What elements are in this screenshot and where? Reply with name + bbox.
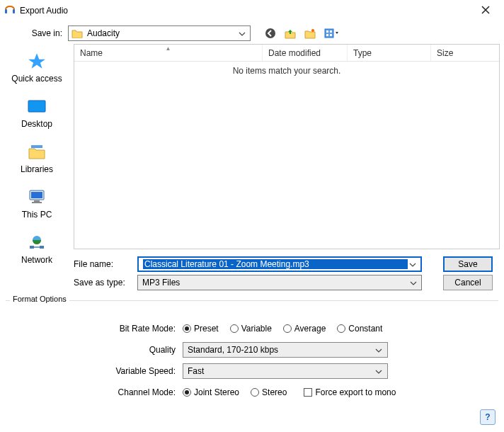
svg-rect-11 [31,145,42,148]
chevron-down-icon[interactable] [408,278,417,288]
chevron-down-icon [374,345,383,355]
save-in-value: Audacity [87,28,237,38]
save-in-combo[interactable]: Audacity [68,25,251,41]
speed-label: Variable Speed: [112,366,183,376]
filename-value: Classical Literature 01 - Zoom Meeting.m… [143,259,408,269]
bitrate-variable-radio[interactable]: Variable [230,324,272,334]
place-desktop[interactable]: Desktop [0,96,74,129]
svg-rect-14 [34,200,40,202]
bitrate-average-radio[interactable]: Average [283,324,326,334]
chevron-down-icon [374,366,383,376]
speed-combo[interactable]: Fast [183,363,388,379]
quick-access-icon [28,51,46,71]
svg-rect-8 [330,34,332,36]
close-icon[interactable] [471,5,500,16]
svg-rect-1 [13,9,15,13]
svg-rect-6 [330,30,332,33]
channel-stereo-radio[interactable]: Stereo [251,387,287,397]
svg-rect-13 [31,192,42,198]
places-bar: Quick access Desktop Libraries [0,44,74,249]
svg-rect-7 [326,34,328,36]
help-button[interactable]: ? [480,409,496,425]
format-options-group: Format Options Bit Rate Mode: Preset Var… [6,300,498,410]
channel-joint-stereo-radio[interactable]: Joint Stereo [183,387,239,397]
force-mono-checkbox[interactable]: Force export to mono [304,387,396,397]
folder-icon [71,28,83,38]
new-folder-icon[interactable] [303,26,317,40]
column-date[interactable]: Date modified [263,45,348,61]
save-in-label: Save in: [6,28,68,38]
window-title: Export Audio [20,6,471,16]
back-icon[interactable] [263,26,277,40]
format-options-title: Format Options [10,295,69,303]
svg-rect-0 [5,9,7,13]
chevron-down-icon[interactable] [408,259,416,269]
bitrate-preset-radio[interactable]: Preset [183,324,219,334]
quality-combo[interactable]: Standard, 170-210 kbps [183,342,388,358]
svg-rect-5 [326,30,328,33]
save-type-value: MP3 Files [142,278,408,288]
place-label: Libraries [21,164,53,174]
this-pc-icon [27,187,47,207]
libraries-icon [28,142,46,161]
column-type[interactable]: Type [348,45,431,61]
filename-label: File name: [0,259,137,269]
chevron-down-icon [237,28,247,38]
app-icon [4,5,16,16]
svg-rect-15 [32,202,42,203]
place-libraries[interactable]: Libraries [0,142,74,174]
save-button[interactable]: Save [443,256,493,272]
place-quick-access[interactable]: Quick access [0,51,74,84]
save-type-label: Save as type: [0,278,137,288]
channel-label: Channel Mode: [112,387,183,397]
column-size[interactable]: Size [431,45,499,61]
column-name[interactable]: Name ▲ [74,45,263,61]
view-menu-icon[interactable] [323,26,343,40]
place-label: Desktop [21,119,52,129]
place-label: Quick access [11,74,62,84]
quality-label: Quality [112,345,183,355]
up-one-level-icon[interactable] [283,26,297,40]
filename-input[interactable]: Classical Literature 01 - Zoom Meeting.m… [137,256,422,272]
bitrate-label: Bit Rate Mode: [112,324,183,334]
place-label: This PC [22,210,52,220]
place-this-pc[interactable]: This PC [0,187,74,220]
save-type-combo[interactable]: MP3 Files [137,275,422,290]
svg-point-2 [265,28,275,38]
bitrate-constant-radio[interactable]: Constant [337,324,382,334]
title-bar: Export Audio [0,0,504,21]
svg-rect-4 [325,29,333,38]
desktop-icon [27,96,47,116]
sort-asc-icon: ▲ [166,45,171,52]
column-headers: Name ▲ Date modified Type Size [74,45,499,62]
svg-rect-9 [28,101,45,112]
empty-message: No items match your search. [74,62,499,76]
cancel-button[interactable]: Cancel [443,275,493,290]
file-listing[interactable]: Name ▲ Date modified Type Size No items … [74,44,500,249]
